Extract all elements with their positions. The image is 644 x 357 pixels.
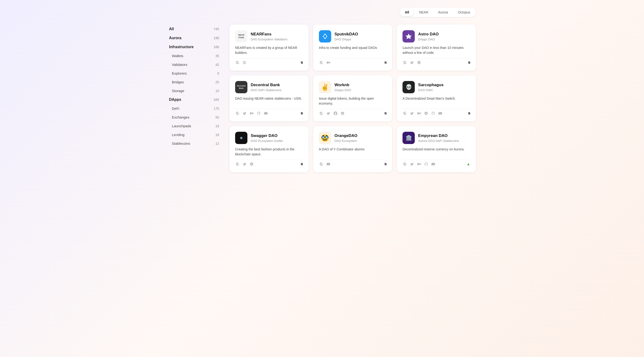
social-website-icon[interactable] — [402, 162, 407, 166]
social-website-icon[interactable] — [319, 111, 324, 116]
card-logo-empyrean: 🏛️ — [402, 132, 415, 144]
card-socials-orange — [319, 162, 331, 166]
card-description-orange: A DAO of Y Combinator alumni. — [319, 147, 387, 157]
card-description-empyrean: Decentralized reserve currency on Aurora… — [402, 147, 470, 157]
card-description-sarcophagus: A Decentralized Dead Man's Switch. — [402, 96, 470, 106]
social-github-icon[interactable] — [424, 162, 428, 166]
social-medium-icon[interactable] — [417, 111, 422, 116]
filter-octopus[interactable]: Octopus — [453, 8, 475, 16]
sidebar-count-explorers: 9 — [217, 72, 219, 75]
sidebar-item-exchanges[interactable]: Exchanges 50 — [168, 113, 220, 122]
near-icon: Ν — [384, 162, 386, 166]
filter-all[interactable]: All — [400, 8, 414, 16]
sidebar-count-dapps: 345 — [214, 98, 219, 102]
card-name-nearfans: NEARFans — [251, 32, 288, 37]
social-twitter-icon[interactable] — [242, 162, 247, 166]
social-medium-icon[interactable] — [417, 162, 422, 166]
social-website-icon[interactable] — [402, 111, 407, 116]
social-website-icon[interactable] — [235, 162, 240, 166]
social-discord-icon[interactable] — [431, 162, 436, 166]
card-footer-decentral: Ν — [235, 109, 303, 116]
card-title-area-sarcophagus: Sarcophagus DAO OWC — [418, 82, 444, 92]
card-category-decentral: DAO DeFi Stablecoins — [251, 88, 282, 92]
social-discord-icon[interactable] — [438, 111, 443, 116]
card-description-decentral: DAO issuing NEAR-native stablecoins - US… — [235, 96, 303, 106]
social-twitter-icon[interactable] — [410, 111, 414, 116]
card-astro[interactable]: Astro DAO DApps DAO Launch your DAO in l… — [397, 24, 476, 70]
social-twitter-icon[interactable] — [326, 111, 331, 116]
near-icon: Ν — [301, 61, 303, 64]
sidebar-item-aurora[interactable]: Aurora 198 — [168, 34, 220, 42]
card-decentral[interactable]: DecentralBank Decentral Bank DAO DeFi St… — [230, 75, 308, 121]
card-sarcophagus[interactable]: 💀 Sarcophagus DAO OWC A Decentralized De… — [397, 75, 476, 121]
sidebar-label-wallets: Wallets — [172, 54, 184, 58]
social-medium-icon[interactable] — [249, 111, 254, 116]
social-discord-icon[interactable] — [326, 162, 331, 166]
card-header-decentral: DecentralBank Decentral Bank DAO DeFi St… — [235, 81, 303, 93]
social-medium-icon[interactable] — [326, 60, 331, 65]
sidebar-item-bridges[interactable]: Bridges 25 — [168, 78, 220, 86]
social-telegram-icon[interactable] — [340, 111, 345, 116]
sidebar-item-wallets[interactable]: Wallets 35 — [168, 52, 220, 60]
card-footer-astro: Ν — [402, 58, 470, 65]
sidebar-item-infrastructure[interactable]: Infrastructure 166 — [168, 42, 220, 52]
social-twitter-icon[interactable] — [242, 111, 247, 116]
near-icon: Ν — [468, 61, 470, 64]
card-category-empyrean: Aurora DAO DeFi Stablecoins — [418, 139, 459, 142]
social-github-icon[interactable] — [431, 111, 436, 116]
sidebar-item-all[interactable]: All 745 — [168, 24, 220, 34]
sidebar-label-validators: Validators — [172, 62, 188, 66]
card-empyrean[interactable]: 🏛️ Empyrean DAO Aurora DAO DeFi Stableco… — [397, 126, 476, 172]
card-nearfans[interactable]: NEARFANS NEARFans DAO Ecosystem Validato… — [230, 24, 308, 70]
social-twitter-icon[interactable] — [410, 60, 414, 65]
sidebar-item-defi[interactable]: DeFi 175 — [168, 104, 220, 113]
sidebar-label-bridges: Bridges — [172, 80, 184, 84]
social-github-icon[interactable] — [256, 111, 261, 116]
social-discord-icon[interactable] — [264, 111, 268, 116]
sidebar-item-dapps[interactable]: DApps 345 — [168, 95, 220, 104]
card-header-sputnik: SputnikDAO DAO DApps — [319, 30, 387, 42]
sidebar-item-launchpads[interactable]: Launchpads 19 — [168, 122, 220, 130]
card-sputnik[interactable]: SputnikDAO DAO DApps Infra to create fun… — [313, 24, 392, 70]
card-name-sputnik: SputnikDAO — [334, 32, 358, 37]
card-socials-nearfans — [235, 60, 247, 65]
social-telegram-icon[interactable] — [424, 111, 428, 116]
social-facebook-icon[interactable] — [333, 111, 338, 116]
card-swagger[interactable]: ⚙️ Swagger DAO DAO Ecosystem Guilds Crea… — [230, 126, 308, 172]
social-near-icon[interactable] — [242, 60, 247, 65]
card-header-astro: Astro DAO DApps DAO — [402, 30, 470, 42]
social-website-icon[interactable] — [235, 60, 240, 65]
card-name-orange: OrangeDAO — [334, 133, 358, 138]
sidebar-count-aurora: 198 — [214, 36, 219, 40]
card-logo-nearfans: NEARFANS — [235, 30, 248, 42]
sidebar-count-validators: 42 — [215, 63, 219, 66]
card-logo-swagger: ⚙️ — [235, 132, 248, 144]
sidebar-label-explorers: Explorers — [172, 71, 187, 75]
card-category-swagger: DAO Ecosystem Guilds — [251, 139, 283, 142]
social-telegram-icon[interactable] — [249, 162, 254, 166]
sidebar-item-validators[interactable]: Validators 42 — [168, 60, 220, 69]
near-icon: Ν — [384, 61, 386, 64]
card-worknb[interactable]: ✌️ Worknb DApps DAO Issue digital tokens… — [313, 75, 392, 121]
card-category-orange: DAO Ecosystem — [334, 139, 358, 142]
card-name-swagger: Swagger DAO — [251, 133, 283, 138]
card-name-sarcophagus: Sarcophagus — [418, 82, 444, 88]
social-website-icon[interactable] — [319, 60, 324, 65]
social-website-icon[interactable] — [319, 162, 324, 166]
sidebar-count-exchanges: 50 — [215, 116, 219, 119]
social-website-icon[interactable] — [402, 60, 407, 65]
sidebar-item-explorers[interactable]: Explorers 9 — [168, 69, 220, 78]
sidebar-label-defi: DeFi — [172, 106, 180, 110]
social-twitter-icon[interactable] — [410, 162, 414, 166]
filter-aurora[interactable]: Aurora — [434, 8, 453, 16]
svg-point-1 — [324, 35, 326, 38]
social-telegram-icon[interactable] — [417, 60, 422, 65]
sidebar-item-lending[interactable]: Lending 18 — [168, 130, 220, 139]
card-orange[interactable]: 🥸 OrangeDAO DAO Ecosystem A DAO of Y Com… — [313, 126, 392, 172]
near-icon: Ν — [301, 162, 303, 166]
filter-near[interactable]: NEAR — [414, 8, 433, 16]
sidebar-item-stablecoins[interactable]: Stablecoins 12 — [168, 139, 220, 148]
social-website-icon[interactable] — [235, 111, 240, 116]
sidebar-item-storage[interactable]: Storage 10 — [168, 86, 220, 95]
card-name-decentral: Decentral Bank — [251, 82, 282, 88]
